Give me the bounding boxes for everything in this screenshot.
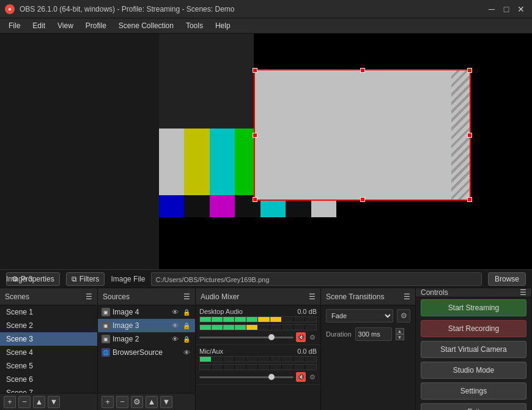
source-bar: ⚙ Properties ⧉ Filters Image File C:/Use… [0, 269, 532, 288]
scene-item[interactable]: Scene 7 [0, 386, 97, 393]
desktop-mute-button[interactable]: 🔇 [296, 332, 306, 342]
source-eye-button[interactable]: 👁 [170, 334, 180, 344]
mic-volume-slider[interactable] [199, 376, 294, 378]
transitions-panel-header: Scene Transitions ☰ [321, 288, 415, 305]
app-icon: ● [5, 4, 15, 14]
mic-mute-button[interactable]: 🔇 [296, 372, 306, 382]
source-item[interactable]: ▣ Image 4 👁 🔒 [98, 305, 195, 319]
settings-button[interactable]: Settings [421, 382, 526, 400]
start-recording-button[interactable]: Start Recording [421, 320, 526, 337]
source-lock-button[interactable]: 🔒 [182, 334, 191, 344]
move-source-up-button[interactable]: ▲ [146, 396, 158, 408]
source-lock-button[interactable]: 🔒 [182, 321, 191, 330]
remove-source-button[interactable]: − [116, 396, 128, 408]
handle-mr[interactable] [467, 133, 472, 138]
start-virtual-camera-button[interactable]: Start Virtual Camera [421, 341, 526, 358]
bar-yellow [184, 129, 209, 195]
window-controls: ─ □ ✕ [486, 3, 527, 15]
source-list: ▣ Image 4 👁 🔒 ▣ Image 3 👁 🔒 ▣ Image 2 [98, 305, 195, 393]
scene-item[interactable]: Scene 1 [0, 305, 97, 319]
image-file-label: Image File [111, 275, 145, 283]
source-item-active[interactable]: ▣ Image 3 👁 🔒 [98, 319, 195, 332]
meter-bars-desktop [200, 317, 316, 322]
handle-br[interactable] [467, 197, 472, 202]
menu-help[interactable]: Help [209, 20, 237, 31]
bar-cyan [210, 129, 235, 195]
desktop-audio-settings-button[interactable]: ⚙ [308, 333, 317, 341]
source-item[interactable]: 🌐 BrowserSource 👁 [98, 346, 195, 359]
source-item-actions: 👁 🔒 [170, 334, 191, 344]
studio-mode-button[interactable]: Studio Mode [421, 362, 526, 379]
transitions-title: Scene Transitions [326, 293, 384, 301]
exit-button[interactable]: Exit [421, 403, 526, 410]
handle-tr[interactable] [467, 68, 472, 73]
mic-aux-name: Mic/Aux 0.0 dB [199, 348, 317, 355]
move-source-down-button[interactable]: ▼ [160, 396, 172, 408]
sources-header-icon: ☰ [183, 293, 190, 301]
source-settings-button[interactable]: ⚙ [131, 396, 143, 408]
audio-header-icon: ☰ [309, 293, 316, 301]
scene-item[interactable]: Scene 5 [0, 359, 97, 373]
start-streaming-button[interactable]: Start Streaming [421, 299, 526, 316]
menu-edit[interactable]: Edit [26, 20, 51, 31]
source-lock-button[interactable]: 🔒 [182, 307, 191, 317]
source-item-actions: 👁 🔒 [170, 321, 191, 330]
add-source-button[interactable]: + [102, 396, 114, 408]
audio-title: Audio Mixer [201, 293, 239, 301]
source-image-icon: ▣ [102, 308, 110, 316]
scenes-panel: Scenes ☰ Scene 1 Scene 2 Scene 3 Scene 4… [0, 288, 98, 410]
transition-settings-button[interactable]: ⚙ [397, 309, 410, 322]
duration-input[interactable] [355, 327, 392, 341]
close-button[interactable]: ✕ [515, 3, 527, 15]
controls-title: Controls [421, 288, 448, 297]
move-scene-down-button[interactable]: ▼ [48, 396, 60, 408]
handle-bl[interactable] [253, 197, 257, 202]
menu-view[interactable]: View [51, 20, 79, 31]
source-name-label: Image 3 [0, 270, 39, 288]
menu-bar: File Edit View Profile Scene Collection … [0, 18, 532, 34]
source-eye-button[interactable]: 👁 [170, 321, 180, 330]
transition-dropdown[interactable]: Fade [326, 309, 393, 322]
add-scene-button[interactable]: + [4, 396, 16, 408]
duration-increment-button[interactable]: ▲ [396, 328, 404, 334]
minimize-button[interactable]: ─ [486, 3, 498, 15]
scene-item[interactable]: Scene 4 [0, 346, 97, 359]
scene-item-active[interactable]: Scene 3 [0, 332, 97, 346]
desktop-audio-level [199, 316, 317, 322]
source-item[interactable]: ▣ Image 2 👁 🔒 [98, 332, 195, 346]
source-eye-button[interactable]: 👁 [170, 307, 180, 317]
audio-mixer-panel: Audio Mixer ☰ Desktop Audio 0.0 dB [196, 288, 321, 410]
scene-item[interactable]: Scene 6 [0, 373, 97, 386]
desktop-volume-slider[interactable] [199, 337, 294, 338]
selected-source-box[interactable] [254, 69, 471, 201]
handle-tl[interactable] [253, 68, 257, 73]
remove-scene-button[interactable]: − [18, 396, 31, 408]
scenes-header-icon: ☰ [86, 293, 92, 301]
scene-item[interactable]: Scene 2 [0, 319, 97, 332]
handle-bc[interactable] [360, 197, 365, 202]
duration-decrement-button[interactable]: ▼ [396, 334, 404, 340]
menu-tools[interactable]: Tools [180, 20, 209, 31]
duration-label: Duration [326, 330, 352, 338]
handle-tc[interactable] [360, 68, 365, 73]
maximize-button[interactable]: □ [500, 3, 512, 15]
menu-scene-collection[interactable]: Scene Collection [113, 20, 180, 31]
menu-profile[interactable]: Profile [79, 20, 113, 31]
scene-list: Scene 1 Scene 2 Scene 3 Scene 4 Scene 5 … [0, 305, 97, 393]
mic-audio-level2 [199, 364, 317, 370]
source-item-actions: 👁 [182, 348, 191, 357]
mic-audio-controls: 🔇 ⚙ [199, 372, 317, 382]
handle-ml[interactable] [253, 133, 257, 138]
mic-audio-level [199, 356, 317, 362]
menu-file[interactable]: File [2, 20, 26, 31]
sources-panel: Sources ☰ ▣ Image 4 👁 🔒 ▣ Image 3 👁 🔒 [98, 288, 196, 410]
source-eye-button[interactable]: 👁 [182, 348, 191, 357]
audio-panel-header: Audio Mixer ☰ [196, 288, 320, 305]
mic-audio-settings-button[interactable]: ⚙ [308, 373, 317, 381]
move-scene-up-button[interactable]: ▲ [33, 396, 45, 408]
bar-b1 [159, 195, 184, 217]
browse-button[interactable]: Browse [488, 272, 526, 286]
source-image-icon: ▣ [102, 335, 110, 343]
filter-icon: ⧉ [72, 275, 77, 283]
filters-button[interactable]: ⧉ Filters [66, 272, 105, 286]
